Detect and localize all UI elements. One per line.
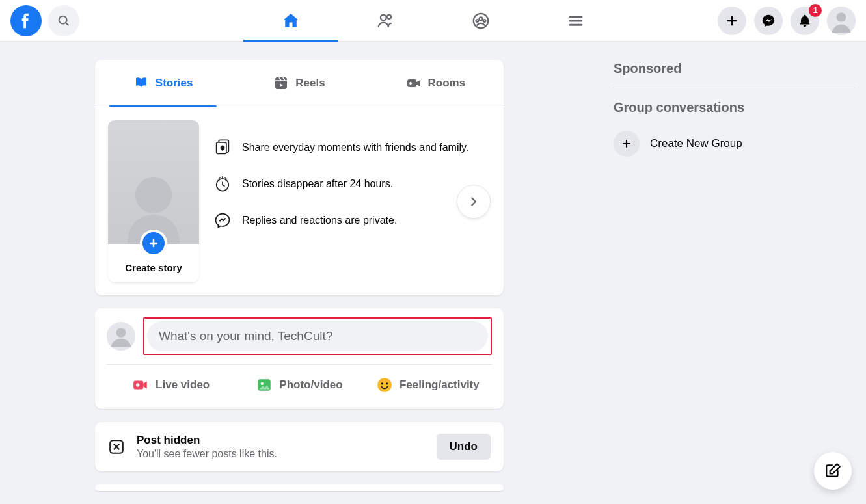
- photo-icon: [256, 377, 273, 393]
- main-content: Stories Reels Rooms: [0, 0, 866, 504]
- svg-point-6: [476, 20, 478, 22]
- messenger-outline-icon: [213, 211, 232, 230]
- facebook-logo[interactable]: [10, 5, 42, 36]
- svg-point-2: [380, 14, 386, 20]
- friends-icon: [376, 11, 396, 31]
- story-info-disappear: Stories disappear after 24 hours.: [213, 175, 491, 193]
- news-feed: Stories Reels Rooms: [95, 42, 504, 504]
- create-button[interactable]: [718, 7, 746, 35]
- sponsored-heading: Sponsored: [614, 52, 854, 85]
- nav-home[interactable]: [243, 0, 338, 42]
- composer-avatar[interactable]: [107, 322, 135, 351]
- book-icon: [133, 75, 149, 91]
- nav-groups[interactable]: [433, 0, 528, 42]
- story-avatar-placeholder: [108, 120, 199, 244]
- story-info-private-text: Replies and reactions are private.: [242, 215, 397, 226]
- notification-badge: 1: [809, 4, 822, 17]
- plus-icon: [725, 14, 739, 28]
- clock-icon: [213, 175, 232, 193]
- stories-body: Create story Share everyday moments with…: [95, 107, 504, 295]
- tab-reels-label: Reels: [295, 77, 325, 90]
- tab-reels[interactable]: Reels: [231, 60, 367, 107]
- story-info-share-text: Share everyday moments with friends and …: [242, 142, 468, 153]
- composer-top: What's on your mind, TechCult?: [107, 317, 492, 355]
- menu-icon: [566, 11, 586, 31]
- svg-point-3: [386, 14, 390, 18]
- live-video-button[interactable]: Live video: [107, 370, 235, 400]
- story-info: Share everyday moments with friends and …: [213, 120, 491, 230]
- hidden-post-notice: Post hidden You'll see fewer posts like …: [95, 422, 504, 471]
- svg-point-5: [479, 17, 482, 20]
- rail-divider: [614, 88, 854, 88]
- compose-icon: [824, 462, 841, 479]
- story-info-private: Replies and reactions are private.: [213, 211, 491, 230]
- story-info-disappear-text: Stories disappear after 24 hours.: [242, 178, 393, 190]
- search-button[interactable]: [48, 5, 79, 36]
- stories-next-button[interactable]: [457, 185, 491, 219]
- svg-point-31: [386, 382, 388, 384]
- feeling-activity-button[interactable]: Feeling/activity: [364, 370, 492, 400]
- smiley-icon: [376, 377, 393, 393]
- tab-rooms[interactable]: Rooms: [368, 60, 504, 107]
- stories-tabs: Stories Reels Rooms: [95, 60, 504, 107]
- composer-actions: Live video Photo/video Feeling/activity: [107, 370, 492, 400]
- create-story-plus-icon: [140, 230, 167, 257]
- tab-stories[interactable]: Stories: [95, 60, 231, 107]
- messenger-button[interactable]: [754, 7, 783, 35]
- hidden-post-text: Post hidden You'll see fewer posts like …: [137, 434, 425, 460]
- home-icon: [281, 11, 301, 31]
- svg-point-0: [59, 16, 67, 23]
- next-card-peek: [95, 484, 504, 491]
- top-header: 1: [0, 0, 866, 42]
- create-new-group-button[interactable]: Create New Group: [614, 124, 854, 163]
- header-nav: [243, 0, 623, 42]
- avatar-icon: [107, 322, 135, 351]
- nav-menu[interactable]: [528, 0, 623, 42]
- cards-heart-icon: [213, 139, 232, 157]
- hidden-post-desc: You'll see fewer posts like this.: [137, 448, 425, 460]
- header-right: 1: [718, 7, 866, 35]
- account-button[interactable]: [827, 7, 856, 35]
- new-message-fab[interactable]: [814, 452, 852, 490]
- chevron-right-icon: [467, 194, 481, 209]
- create-group-plus-icon: [614, 131, 640, 157]
- svg-point-24: [116, 328, 126, 338]
- post-composer: What's on your mind, TechCult? Live vide…: [95, 308, 504, 409]
- svg-point-18: [135, 177, 172, 213]
- live-video-icon: [132, 377, 149, 393]
- messenger-icon: [761, 14, 776, 28]
- x-box-icon: [108, 438, 125, 455]
- bell-icon: [798, 14, 812, 28]
- svg-point-28: [261, 382, 264, 385]
- tab-rooms-label: Rooms: [428, 77, 466, 90]
- photo-video-label: Photo/video: [279, 378, 342, 391]
- groups-icon: [471, 11, 491, 31]
- photo-video-button[interactable]: Photo/video: [235, 370, 363, 400]
- avatar-icon: [827, 7, 856, 35]
- live-video-label: Live video: [156, 378, 210, 391]
- notifications-button[interactable]: 1: [791, 7, 819, 35]
- composer-input[interactable]: What's on your mind, TechCult?: [147, 321, 488, 351]
- tab-stories-label: Stories: [156, 77, 193, 90]
- video-icon: [406, 75, 422, 91]
- stories-card: Stories Reels Rooms: [95, 60, 504, 295]
- create-group-label: Create New Group: [650, 137, 742, 150]
- svg-point-29: [377, 378, 392, 392]
- story-info-share: Share everyday moments with friends and …: [213, 139, 491, 157]
- header-left: [0, 5, 79, 36]
- nav-friends[interactable]: [338, 0, 433, 42]
- right-rail: Sponsored Group conversations Create New…: [614, 52, 854, 163]
- feeling-activity-label: Feeling/activity: [399, 378, 480, 391]
- undo-button[interactable]: Undo: [437, 434, 491, 460]
- create-story-button[interactable]: Create story: [108, 120, 199, 282]
- svg-point-30: [381, 382, 383, 384]
- group-conversations-heading: Group conversations: [614, 91, 854, 124]
- composer-divider: [107, 364, 492, 365]
- hidden-post-title: Post hidden: [137, 434, 425, 447]
- search-icon: [57, 14, 71, 28]
- svg-point-7: [483, 20, 485, 22]
- svg-point-14: [837, 12, 846, 22]
- svg-rect-15: [275, 77, 287, 89]
- svg-line-1: [66, 23, 68, 25]
- composer-highlight: What's on your mind, TechCult?: [143, 317, 492, 355]
